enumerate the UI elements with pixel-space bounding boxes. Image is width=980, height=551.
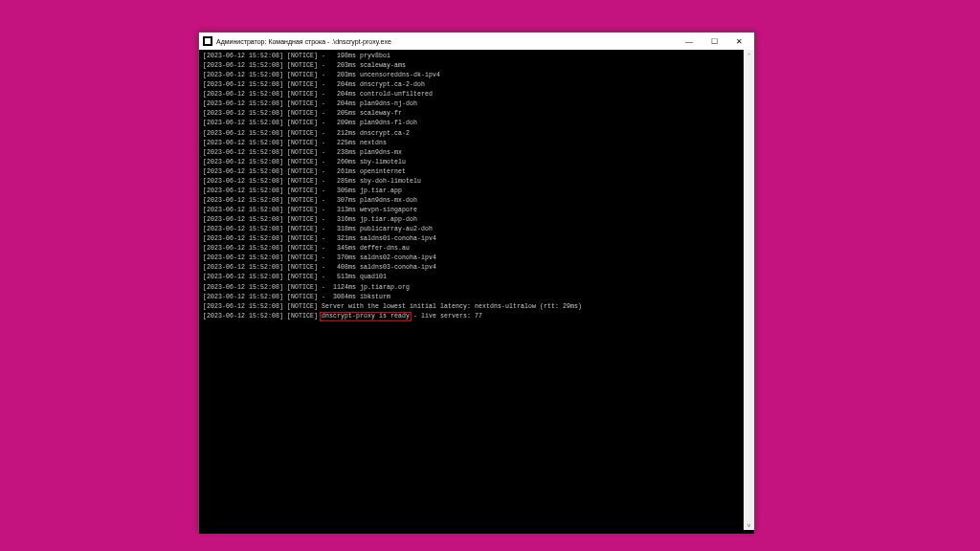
log-line: [2023-06-12 15:52:08] [NOTICE] - 204ms p… — [203, 99, 750, 109]
log-line: [2023-06-12 15:52:08] [NOTICE] - 203ms u… — [203, 71, 750, 80]
log-line: [2023-06-12 15:52:08] [NOTICE] - 313ms w… — [203, 206, 750, 215]
log-line: [2023-06-12 15:52:08] [NOTICE] - 285ms s… — [203, 177, 750, 187]
scroll-down-icon[interactable]: v — [744, 519, 754, 530]
log-line: [2023-06-12 15:52:08] [NOTICE] - 408ms s… — [203, 263, 750, 273]
log-line: [2023-06-12 15:52:08] [NOTICE] - 321ms s… — [203, 234, 750, 244]
log-line: [2023-06-12 15:52:08] [NOTICE] - 370ms s… — [203, 253, 750, 263]
log-line: [2023-06-12 15:52:08] [NOTICE] - 205ms s… — [203, 109, 750, 119]
close-button[interactable]: ✕ — [731, 37, 746, 46]
log-line: [2023-06-12 15:52:08] [NOTICE] - 261ms o… — [203, 167, 750, 177]
log-line: [2023-06-12 15:52:08] [NOTICE] - 513ms q… — [203, 273, 750, 282]
log-line: [2023-06-12 15:52:08] [NOTICE] - 198ms p… — [203, 52, 750, 61]
scroll-up-icon[interactable]: ^ — [744, 50, 754, 60]
log-line: [2023-06-12 15:52:08] [NOTICE] - 209ms p… — [203, 119, 750, 128]
terminal-window: Администратор: Командная строка - .\dnsc… — [198, 32, 755, 531]
log-line: [2023-06-12 15:52:08] [NOTICE] - 318ms p… — [203, 225, 750, 234]
log-line: [2023-06-12 15:52:08] [NOTICE] - 203ms s… — [203, 61, 750, 71]
scrollbar[interactable]: ^ v — [744, 50, 754, 530]
scrollbar-track[interactable] — [744, 60, 754, 519]
log-line: [2023-06-12 15:52:08] [NOTICE] - 307ms p… — [203, 196, 750, 206]
titlebar[interactable]: Администратор: Командная строка - .\dnsc… — [199, 33, 754, 50]
log-line: [2023-06-12 15:52:08] [NOTICE] - 204ms c… — [203, 90, 750, 99]
log-line: [2023-06-12 15:52:08] [NOTICE] - 260ms s… — [203, 158, 750, 167]
log-line: [2023-06-12 15:52:08] [NOTICE] - 305ms j… — [203, 187, 750, 196]
maximize-button[interactable]: ☐ — [706, 37, 722, 46]
window-controls: — ☐ ✕ — [681, 37, 750, 46]
window-title: Администратор: Командная строка - .\dnsc… — [216, 38, 391, 45]
log-line: [2023-06-12 15:52:08] [NOTICE] - 225ms n… — [203, 139, 750, 148]
log-line: [2023-06-12 15:52:08] [NOTICE] - 3084ms … — [203, 293, 750, 302]
log-line: [2023-06-12 15:52:08] [NOTICE] - 316ms j… — [203, 215, 750, 225]
log-ready: [2023-06-12 15:52:08] [NOTICE] dnscrypt-… — [203, 312, 750, 321]
terminal-output[interactable]: [2023-06-12 15:52:08] [NOTICE] - 198ms p… — [199, 50, 754, 534]
log-line: [2023-06-12 15:52:08] [NOTICE] - 345ms d… — [203, 244, 750, 253]
log-summary: [2023-06-12 15:52:08] [NOTICE] Server wi… — [203, 302, 750, 312]
log-line: [2023-06-12 15:52:08] [NOTICE] - 238ms p… — [203, 148, 750, 158]
log-line: [2023-06-12 15:52:08] [NOTICE] - 212ms d… — [203, 129, 750, 139]
app-icon — [203, 36, 212, 46]
minimize-button[interactable]: — — [681, 37, 697, 46]
log-line: [2023-06-12 15:52:08] [NOTICE] - 204ms d… — [203, 80, 750, 90]
log-line: [2023-06-12 15:52:08] [NOTICE] - 1124ms … — [203, 283, 750, 293]
